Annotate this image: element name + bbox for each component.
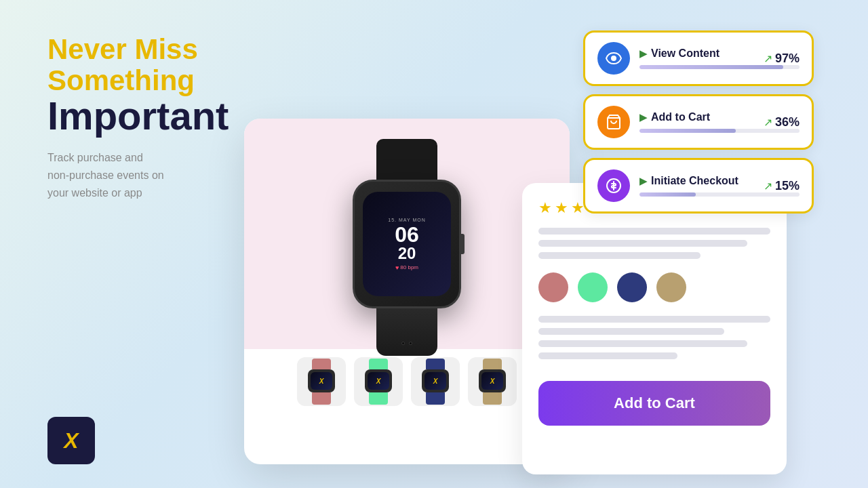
view-content-progress <box>639 65 800 69</box>
add-to-cart-icon <box>597 106 630 138</box>
logo: X <box>47 417 95 464</box>
watch-screen: 15. MAY MON 06 20 ♥ 80 bpm <box>363 192 451 296</box>
thumbnail-row: X X X X <box>244 349 570 414</box>
watch-bpm: ♥ 80 bpm <box>395 264 418 271</box>
events-panel: ▶ View Content ↗ 97% ▶ Add to Cart <box>583 30 814 222</box>
add-to-cart-pct-value: 36% <box>775 115 800 129</box>
star-1: ★ <box>538 199 552 217</box>
view-content-icon <box>597 42 630 75</box>
star-3: ★ <box>571 199 585 217</box>
add-to-cart-arrow: ▶ <box>639 112 647 123</box>
add-to-cart-name: Add to Cart <box>651 111 710 123</box>
initiate-checkout-progress <box>639 192 800 197</box>
thumb-tan[interactable]: X <box>468 357 517 406</box>
description-lines <box>538 228 770 259</box>
watch-min: 20 <box>398 245 416 262</box>
view-content-pct-value: 97% <box>775 52 800 66</box>
initiate-checkout-name: Initiate Checkout <box>651 175 738 187</box>
add-to-cart-button[interactable]: Add to Cart <box>538 381 770 426</box>
detail-line-1 <box>538 316 770 323</box>
swatch-navy[interactable] <box>617 272 647 302</box>
view-content-pct-arrow: ↗ <box>764 52 772 65</box>
desc-line-2 <box>538 240 747 247</box>
left-section: Never Miss Something Important Track pur… <box>47 34 278 201</box>
initiate-checkout-arrow: ▶ <box>639 176 647 186</box>
add-to-cart-pct-arrow: ↗ <box>764 116 772 129</box>
view-content-percentage: ↗ 97% <box>764 52 800 66</box>
event-card-view-content: ▶ View Content ↗ 97% <box>583 30 814 86</box>
event-card-initiate-checkout: ▶ Initiate Checkout ↗ 15% <box>583 158 814 214</box>
thumb-green[interactable]: X <box>354 357 403 406</box>
add-to-cart-bar <box>639 129 736 133</box>
initiate-checkout-bar <box>639 192 696 197</box>
watch-body: 15. MAY MON 06 20 ♥ 80 bpm <box>353 180 461 308</box>
logo-text: X <box>64 428 78 453</box>
watch-image: 15. MAY MON 06 20 ♥ 80 bpm <box>326 139 488 329</box>
add-to-cart-progress <box>639 129 800 133</box>
headline-line2: Important <box>47 96 278 136</box>
desc-line-3 <box>538 252 701 259</box>
swatch-rose[interactable] <box>538 272 568 302</box>
add-to-cart-percentage: ↗ 36% <box>764 115 800 129</box>
thumb-navy[interactable]: X <box>411 357 460 406</box>
view-content-arrow: ▶ <box>639 48 647 59</box>
detail-line-3 <box>538 340 747 347</box>
thumb-rose[interactable]: X <box>297 357 346 406</box>
desc-line-1 <box>538 228 770 235</box>
watch-hour: 06 <box>395 224 419 245</box>
watch-crown <box>459 234 465 254</box>
subtitle: Track purchase andnon-purchase events on… <box>47 149 278 201</box>
watch-date: 15. MAY MON <box>388 218 425 222</box>
headline-line1: Never Miss Something <box>47 34 278 96</box>
view-content-bar <box>639 65 783 69</box>
detail-line-4 <box>538 352 677 359</box>
detail-panel: ★ ★ ★ ★ ☆ Add to Cart <box>522 183 787 474</box>
initiate-checkout-percentage: ↗ 15% <box>764 179 800 193</box>
product-image-area: 15. MAY MON 06 20 ♥ 80 bpm <box>244 119 570 349</box>
view-content-name: View Content <box>651 47 719 60</box>
detail-line-2 <box>538 328 724 335</box>
color-swatches <box>538 272 770 302</box>
svg-point-1 <box>612 56 616 60</box>
initiate-checkout-icon <box>597 169 630 202</box>
event-card-add-to-cart: ▶ Add to Cart ↗ 36% <box>583 94 814 150</box>
star-2: ★ <box>555 199 568 217</box>
product-card: 15. MAY MON 06 20 ♥ 80 bpm <box>244 119 570 464</box>
swatch-green[interactable] <box>578 272 608 302</box>
initiate-checkout-pct-value: 15% <box>775 179 800 193</box>
initiate-checkout-pct-arrow: ↗ <box>764 180 772 192</box>
detail-lines <box>538 316 770 359</box>
swatch-tan[interactable] <box>656 272 686 302</box>
